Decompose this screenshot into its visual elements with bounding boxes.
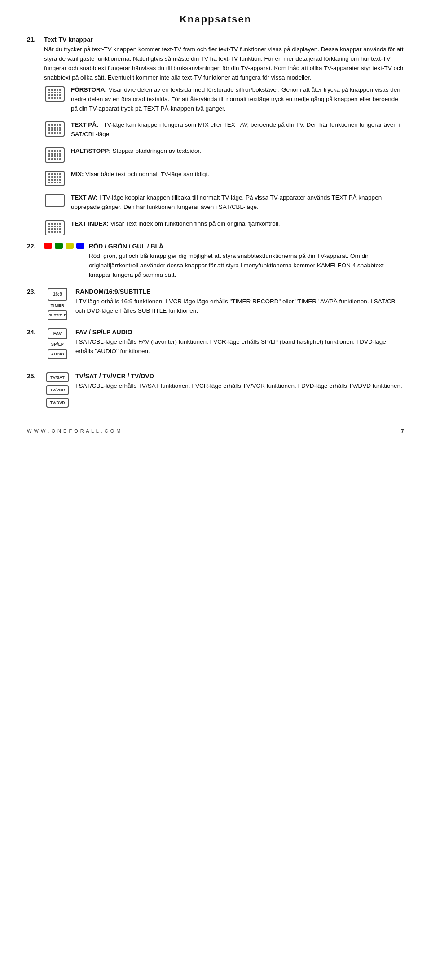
text-pa-body: I TV-läge kan knappen fungera som MIX el… [71,121,400,137]
section-25-body: I SAT/CBL-läge erhålls TV/SAT funktionen… [75,381,404,391]
section-22-number: 22. [27,243,44,250]
icon-169: 16:9 [48,288,67,301]
text-pa-dotgrid [47,122,63,136]
section-25-icons: TV/SAT TV/VCR TV/DVD [44,372,75,408]
audio-label: AUDIO [51,352,64,356]
text-index-text: TEXT INDEX: Visar Text index om funktion… [71,219,404,229]
text-index-icon-container [44,219,71,235]
text-av-text: TEXT AV: I TV-läge kopplar knappen tillb… [71,193,404,212]
section-23-icons: 16:9 TIMER SUBTITLE [44,288,75,320]
timer-label: TIMER [51,303,65,308]
forstora-text: FÖRSTORA: Visar övre delen av en textsid… [71,85,404,114]
section-24-icons: FAV SP/LP AUDIO [44,328,75,359]
forstora-icon [45,86,65,102]
sub-item-text-index: TEXT INDEX: Visar Text index om funktion… [44,219,404,235]
section-23: 23. 16:9 TIMER SUBTITLE RANDOM/16:9/SUBT… [27,288,404,320]
text-index-icon [45,220,65,235]
section-24-heading: FAV / SP/LP AUDIO [75,328,404,336]
text-av-icon [45,194,65,207]
text-index-dotgrid [47,221,63,235]
halt-body: Stoppar bläddringen av textsidor. [113,147,201,154]
section-24-body: I SAT/CBL-läge erhålls FAV (favoriter) f… [75,337,404,356]
section-22-icons [44,243,89,249]
section-23-number: 23. [27,288,44,295]
halt-label: HALT/STOPP: [71,147,111,154]
section-24-number: 24. [27,328,44,336]
page-title: Knappsatsen [27,13,404,25]
section-22-heading: RÖD / GRÖN / GUL / BLÅ [89,243,404,250]
text-av-body: I TV-läge kopplar knappen tillbaka till … [71,194,382,210]
section-25: 25. TV/SAT TV/VCR TV/DVD TV/SAT / TV/VCR… [27,372,404,408]
page: Knappsatsen 21. Text-TV knappar När du t… [0,0,431,443]
footer-page: 7 [401,428,404,435]
section-23-heading: RANDOM/16:9/SUBTITLE [75,288,404,295]
tvdvd-icon: TV/DVD [46,398,69,408]
text-pa-text: TEXT PÅ: I TV-läge kan knappen fungera s… [71,120,404,139]
section-24: 24. FAV SP/LP AUDIO FAV / SP/LP AUDIO I … [27,328,404,359]
color-buttons [44,243,84,249]
section-24-content: FAV / SP/LP AUDIO I SAT/CBL-läge erhålls… [75,328,404,356]
sub-item-text-pa: TEXT PÅ: I TV-läge kan knappen fungera s… [44,120,404,139]
green-button-icon [55,243,63,249]
tvsat-icon: TV/SAT [46,372,69,382]
tvvcr-icon: TV/VCR [46,385,69,395]
halt-text: HALT/STOPP: Stoppar bläddringen av texts… [71,146,404,156]
audio-box: AUDIO [48,349,67,359]
fav-icon: FAV [48,328,67,339]
text-av-icon-container [44,193,71,207]
forstora-body: Visar övre delen av en textsida med förs… [71,86,400,112]
text-pa-icon [45,121,65,137]
section-25-content: TV/SAT / TV/VCR / TV/DVD I SAT/CBL-läge … [75,372,404,391]
section-25-number: 25. [27,372,44,380]
mix-body: Visar både text och normalt TV-läge samt… [85,171,209,177]
halt-icon [45,147,65,163]
subtitle-box: SUBTITLE [48,310,67,320]
text-pa-label: TEXT PÅ: [71,121,99,128]
subtitle-label: SUBTITLE [48,313,66,317]
sub-item-mix: MIX: Visar både text och normalt TV-läge… [44,170,404,186]
sub-item-forstora: FÖRSTORA: Visar övre delen av en textsid… [44,85,404,114]
section-21-content: Text-TV knappar När du trycker på text-T… [44,36,404,83]
halt-dotgrid [47,148,63,162]
mix-text: MIX: Visar både text och normalt TV-läge… [71,170,404,179]
text-pa-icon-container [44,120,71,137]
section-21: 21. Text-TV knappar När du trycker på te… [27,36,404,235]
forstora-icon-container [44,85,71,102]
halt-icon-container [44,146,71,163]
section-23-body: I TV-läge erhålls 16:9 funktionen. I VCR… [75,297,404,316]
mix-icon-container [44,170,71,186]
mix-icon [45,171,65,186]
section-22: 22. RÖD / GRÖN / GUL / BLÅ Röd, grön, gu… [27,243,404,280]
sub-item-halt: HALT/STOPP: Stoppar bläddringen av texts… [44,146,404,163]
forstora-label: FÖRSTORA: [71,86,107,93]
mix-label: MIX: [71,171,84,177]
section-22-body: Röd, grön, gul och blå knapp ger dig möj… [89,252,404,280]
forstora-dotgrid [47,87,63,101]
section-25-heading: TV/SAT / TV/VCR / TV/DVD [75,372,404,380]
text-index-label: TEXT INDEX: [71,220,109,227]
footer-url: W W W . O N E F O R A L L . C O M [27,428,121,434]
section-22-content: RÖD / GRÖN / GUL / BLÅ Röd, grön, gul oc… [89,243,404,280]
splp-label: SP/LP [51,342,64,346]
text-av-label: TEXT AV: [71,194,97,201]
yellow-button-icon [66,243,74,249]
section-23-content: RANDOM/16:9/SUBTITLE I TV-läge erhålls 1… [75,288,404,316]
text-index-body: Visar Text index om funktionen finns på … [110,220,280,227]
mix-dotgrid [47,172,63,185]
section-21-number: 21. [27,36,44,43]
section-21-intro: När du trycker på text-TV knappen kommer… [44,45,404,83]
blue-button-icon [76,243,84,249]
red-button-icon [44,243,52,249]
section-21-heading: Text-TV knappar [44,36,404,43]
footer: W W W . O N E F O R A L L . C O M 7 [0,428,431,435]
sub-item-text-av: TEXT AV: I TV-läge kopplar knappen tillb… [44,193,404,212]
